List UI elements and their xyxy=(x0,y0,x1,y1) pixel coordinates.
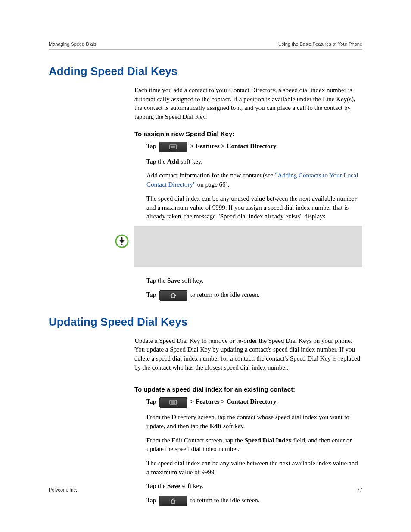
note-icon xyxy=(115,234,129,249)
s2-step2-pre: From the Directory screen, tap the conta… xyxy=(146,414,349,429)
s1-step2: Tap the Add soft key. xyxy=(146,157,362,166)
section1-body: Each time you add a contact to your Cont… xyxy=(134,86,362,301)
s2-step2-post: soft key. xyxy=(221,423,245,429)
s2-intro: Update a Speed Dial Key to remove or re-… xyxy=(134,336,362,372)
s1-step6-pre: Tap xyxy=(146,291,158,298)
s1-step3: Add contact information for the new cont… xyxy=(146,171,362,189)
s2-step1-pre: Tap xyxy=(146,398,158,405)
s2-step1-end: . xyxy=(277,398,278,405)
note-icon-wrap xyxy=(109,226,134,249)
s1-step5: Tap the Save soft key. xyxy=(146,276,362,285)
page-header: Managing Speed Dials Using the Basic Fea… xyxy=(49,41,362,50)
header-right: Using the Basic Features of Your Phone xyxy=(278,41,362,47)
s2-step6: Tap to return to the idle screen. xyxy=(146,496,362,506)
s1-step3-pre: Add contact information for the new cont… xyxy=(146,172,275,179)
heading-updating-speed-dial: Updating Speed Dial Keys xyxy=(49,315,362,329)
header-left: Managing Speed Dials xyxy=(49,41,97,47)
s1-step2-pre: Tap the xyxy=(146,158,167,165)
s1-step6-post: to return to the idle screen. xyxy=(190,291,260,298)
s2-subhead: To update a speed dial index for an exis… xyxy=(134,386,362,393)
s2-step1: Tap > Features > Contact Directory. xyxy=(146,397,362,408)
home-icon xyxy=(159,290,187,301)
s2-step6-pre: Tap xyxy=(146,497,158,504)
note-box xyxy=(134,226,362,267)
s1-step2-post: soft key. xyxy=(179,158,202,165)
s1-step5-bold: Save xyxy=(167,277,180,284)
s1-step5-post: soft key. xyxy=(180,277,203,284)
s2-step3: From the Edit Contact screen, tap the Sp… xyxy=(146,436,362,454)
menu-icon xyxy=(159,397,187,408)
s1-step1-path: > Features > Contact Directory xyxy=(190,143,277,149)
s2-step2-bold: Edit xyxy=(210,423,222,429)
s1-subhead: To assign a new Speed Dial Key: xyxy=(134,130,362,137)
s1-intro: Each time you add a contact to your Cont… xyxy=(134,86,362,121)
footer-page-num: 77 xyxy=(357,487,362,492)
s1-step2-bold: Add xyxy=(167,158,179,165)
menu-icon xyxy=(159,142,187,152)
s1-step1-pre: Tap xyxy=(146,143,158,149)
note-row xyxy=(109,226,362,267)
footer-left: Polycom, Inc. xyxy=(49,487,77,492)
svg-point-5 xyxy=(121,243,122,245)
s1-step5-pre: Tap the xyxy=(146,277,167,284)
s2-step3-pre: From the Edit Contact screen, tap the xyxy=(146,437,244,444)
page: Managing Speed Dials Using the Basic Fea… xyxy=(0,0,411,532)
s2-step4: The speed dial index can be any value be… xyxy=(146,459,362,476)
s2-step1-path: > Features > Contact Directory xyxy=(190,398,277,405)
s1-step4: The speed dial index can be any unused v… xyxy=(146,194,362,221)
s2-step2: From the Directory screen, tap the conta… xyxy=(146,413,362,430)
page-footer: Polycom, Inc. 77 xyxy=(49,487,362,492)
home-icon xyxy=(159,496,187,506)
s1-step6: Tap to return to the idle screen. xyxy=(146,290,362,301)
s1-step1-end: . xyxy=(277,143,278,149)
section2-body: Update a Speed Dial Key to remove or re-… xyxy=(134,336,362,507)
s2-step6-post: to return to the idle screen. xyxy=(190,497,260,504)
heading-adding-speed-dial: Adding Speed Dial Keys xyxy=(49,65,362,78)
s1-step3-post: on page 66). xyxy=(196,181,229,188)
s1-step1: Tap > Features > Contact Directory. xyxy=(146,142,362,152)
s2-step3-bold: Speed Dial Index xyxy=(244,437,291,444)
